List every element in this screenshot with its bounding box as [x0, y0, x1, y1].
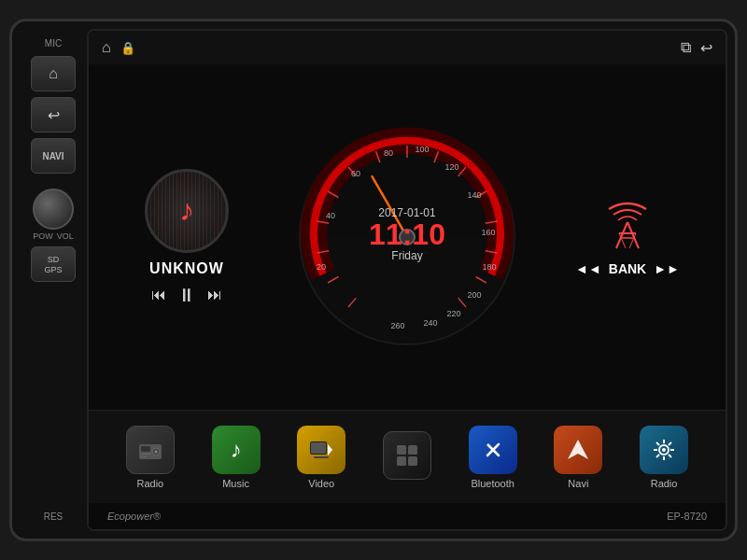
screen-window-icon[interactable]: ⧉ [681, 39, 691, 56]
radio-app-label: Radio [136, 478, 163, 489]
navi-app-label: Navi [568, 478, 588, 489]
app-item-bluetooth[interactable]: Bluetooth [465, 426, 521, 489]
radio-app-icon [126, 426, 175, 474]
svg-line-60 [669, 442, 671, 445]
svg-text:240: 240 [423, 318, 437, 328]
svg-point-53 [662, 448, 666, 452]
svg-rect-44 [311, 442, 326, 454]
navi-label: NAVI [42, 151, 63, 161]
bluetooth-app-icon [469, 426, 517, 474]
speedometer: 20 40 60 80 100 120 140 160 180 200 220 … [295, 125, 519, 349]
music-app-label: Music [222, 478, 249, 489]
screen-content: ♪ UNKNOW ⏮ ⏸ ⏭ [89, 64, 726, 529]
svg-point-40 [154, 450, 157, 453]
svg-text:40: 40 [326, 211, 335, 220]
apps-grid-icon [383, 431, 431, 480]
settings-app-icon [640, 426, 688, 474]
left-panel: MIC ⌂ ↩ NAVI POW VOL SD GPS RES [20, 29, 87, 531]
back-physical-button[interactable]: ↩ [31, 97, 76, 133]
model-number: EP-8720 [667, 511, 707, 522]
svg-rect-48 [408, 445, 417, 455]
screen-back-icon[interactable]: ↩ [700, 39, 712, 57]
radio-prev-button[interactable]: ◄◄ [575, 261, 601, 276]
svg-rect-49 [397, 456, 406, 466]
svg-text:80: 80 [384, 148, 393, 158]
brand-name: Ecopower® [107, 511, 161, 522]
album-art: ♪ [145, 169, 229, 253]
vol-label: VOL [57, 231, 74, 241]
music-note-icon: ♪ [179, 193, 194, 228]
svg-rect-47 [397, 445, 406, 455]
video-app-label: Video [308, 478, 334, 489]
settings-app-label: Radio [651, 478, 678, 489]
main-screen: ⌂ 🔒 ⧉ ↩ ♪ UNKNOW ⏮ ⏸ [87, 29, 727, 531]
app-item-settings[interactable]: Radio [636, 426, 692, 489]
svg-marker-51 [568, 440, 588, 459]
svg-line-58 [656, 442, 659, 445]
navi-button[interactable]: NAVI [31, 138, 76, 174]
music-app-icon: ♪ [212, 426, 261, 474]
svg-line-31 [616, 222, 627, 248]
app-item-video[interactable]: Video [293, 426, 349, 489]
signal-section: ◄◄ BANK ►► [548, 198, 707, 276]
day-display: Friday [369, 249, 445, 262]
prev-track-button[interactable]: ⏮ [151, 287, 166, 303]
svg-line-59 [669, 455, 671, 457]
app-bar: Radio ♪ Music [89, 410, 726, 503]
home-icon: ⌂ [49, 65, 58, 82]
mic-label: MIC [45, 38, 62, 49]
svg-rect-41 [141, 454, 150, 455]
screen-lock-icon: 🔒 [120, 41, 135, 55]
radio-next-button[interactable]: ►► [654, 261, 680, 276]
svg-text:60: 60 [351, 169, 360, 178]
next-track-button[interactable]: ⏭ [207, 287, 222, 303]
back-icon: ↩ [48, 106, 60, 124]
radio-controls: ◄◄ BANK ►► [575, 261, 680, 276]
topbar-left: ⌂ 🔒 [102, 39, 135, 56]
music-section: ♪ UNKNOW ⏮ ⏸ ⏭ [107, 169, 266, 306]
svg-line-32 [627, 222, 639, 248]
brand-bar: Ecopower® EP-8720 [89, 503, 726, 529]
app-item-navi[interactable]: Navi [550, 426, 606, 489]
navi-app-icon [554, 426, 602, 474]
clock-time: 11:10 [369, 219, 445, 249]
home-physical-button[interactable]: ⌂ [31, 56, 76, 91]
bluetooth-app-label: Bluetooth [471, 478, 514, 489]
svg-line-61 [656, 455, 659, 457]
volume-knob[interactable] [33, 189, 74, 230]
antenna-tower-icon [599, 198, 655, 254]
app-item-radio[interactable]: Radio [122, 426, 178, 489]
speedometer-section: 20 40 60 80 100 120 140 160 180 200 220 … [275, 125, 539, 349]
svg-text:120: 120 [444, 162, 458, 172]
res-label: RES [44, 511, 63, 522]
device-body: MIC ⌂ ↩ NAVI POW VOL SD GPS RES ⌂ � [9, 19, 738, 541]
knob-section: POW VOL [33, 189, 74, 241]
play-pause-button[interactable]: ⏸ [177, 285, 196, 306]
time-display: 2017-01-01 11:10 Friday [369, 206, 445, 262]
track-title: UNKNOW [149, 260, 224, 277]
sd-label: SD [48, 255, 60, 264]
topbar-right: ⧉ ↩ [681, 39, 712, 57]
svg-text:160: 160 [481, 228, 495, 237]
app-item-music[interactable]: ♪ Music [208, 426, 264, 489]
station-name: BANK [609, 261, 646, 276]
svg-rect-50 [408, 456, 417, 466]
svg-rect-46 [314, 456, 329, 458]
app-item-apps[interactable] [379, 431, 435, 483]
gps-label: GPS [44, 265, 62, 274]
sd-gps-button[interactable]: SD GPS [31, 246, 76, 282]
screen-home-icon[interactable]: ⌂ [102, 39, 111, 56]
svg-text:200: 200 [467, 290, 481, 300]
pow-label: POW [33, 231, 53, 241]
svg-text:140: 140 [467, 190, 481, 200]
svg-text:20: 20 [317, 262, 326, 272]
svg-text:180: 180 [482, 262, 496, 272]
video-app-icon [297, 426, 345, 474]
svg-rect-38 [141, 446, 150, 452]
svg-rect-42 [141, 456, 147, 457]
music-controls: ⏮ ⏸ ⏭ [151, 285, 222, 306]
svg-text:100: 100 [415, 145, 429, 154]
svg-marker-45 [328, 444, 332, 455]
svg-text:220: 220 [446, 309, 460, 318]
dashboard: ♪ UNKNOW ⏮ ⏸ ⏭ [89, 64, 726, 410]
